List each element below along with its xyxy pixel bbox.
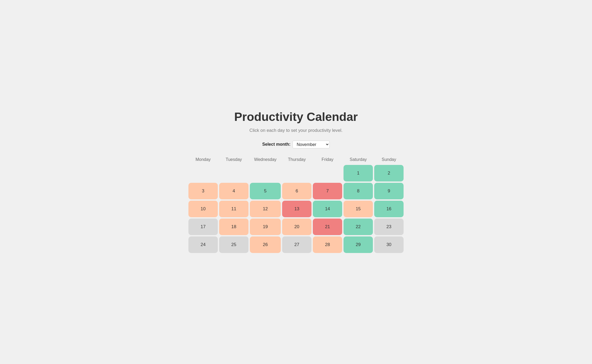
calendar-day-15[interactable]: 15	[344, 201, 373, 217]
calendar-day-16[interactable]: 16	[374, 201, 404, 217]
calendar-day-12[interactable]: 12	[250, 201, 281, 217]
calendar-day-24[interactable]: 24	[188, 236, 218, 253]
calendar-day-21[interactable]: 21	[313, 219, 342, 235]
calendar-day-29[interactable]: 29	[344, 236, 373, 253]
month-selector: Select month: JanuaryFebruaryMarchAprilM…	[262, 141, 330, 148]
calendar-day-8[interactable]: 8	[344, 183, 373, 199]
calendar-day-empty-0-1	[219, 165, 248, 181]
calendar-day-empty-0-0	[188, 165, 218, 181]
calendar-day-9[interactable]: 9	[374, 183, 404, 199]
calendar-day-3[interactable]: 3	[188, 183, 218, 199]
calendar-day-25[interactable]: 25	[219, 236, 248, 253]
calendar-day-empty-0-3	[282, 165, 311, 181]
calendar-day-19[interactable]: 19	[250, 219, 281, 235]
calendar-day-30[interactable]: 30	[374, 236, 404, 253]
day-header-monday: Monday	[188, 156, 218, 164]
calendar-day-14[interactable]: 14	[313, 201, 342, 217]
day-header-wednesday: Wednesday	[250, 156, 281, 164]
month-label: Select month:	[262, 142, 291, 147]
calendar-table: MondayTuesdayWednesdayThursdayFridaySatu…	[187, 154, 405, 254]
calendar-day-2[interactable]: 2	[374, 165, 404, 181]
calendar-day-6[interactable]: 6	[282, 183, 311, 199]
page-subtitle: Click on each day to set your productivi…	[250, 128, 343, 133]
day-header-thursday: Thursday	[282, 156, 311, 164]
calendar-day-20[interactable]: 20	[282, 219, 311, 235]
day-header-tuesday: Tuesday	[219, 156, 248, 164]
calendar-day-7[interactable]: 7	[313, 183, 342, 199]
calendar-day-27[interactable]: 27	[282, 236, 311, 253]
calendar-day-26[interactable]: 26	[250, 236, 281, 253]
main-container: Productivity Calendar Click on each day …	[176, 99, 416, 265]
calendar-day-22[interactable]: 22	[344, 219, 373, 235]
calendar-day-17[interactable]: 17	[188, 219, 218, 235]
calendar-day-empty-0-4	[313, 165, 342, 181]
calendar-day-10[interactable]: 10	[188, 201, 218, 217]
calendar-day-5[interactable]: 5	[250, 183, 281, 199]
calendar-day-28[interactable]: 28	[313, 236, 342, 253]
page-title: Productivity Calendar	[234, 110, 358, 124]
calendar-day-empty-0-2	[250, 165, 281, 181]
day-header-saturday: Saturday	[344, 156, 373, 164]
day-header-sunday: Sunday	[374, 156, 404, 164]
month-select[interactable]: JanuaryFebruaryMarchAprilMayJuneJulyAugu…	[293, 141, 330, 148]
day-header-friday: Friday	[313, 156, 342, 164]
calendar-day-23[interactable]: 23	[374, 219, 404, 235]
calendar-day-4[interactable]: 4	[219, 183, 248, 199]
calendar-day-18[interactable]: 18	[219, 219, 248, 235]
calendar-day-1[interactable]: 1	[344, 165, 373, 181]
calendar-day-11[interactable]: 11	[219, 201, 248, 217]
calendar-day-13[interactable]: 13	[282, 201, 311, 217]
